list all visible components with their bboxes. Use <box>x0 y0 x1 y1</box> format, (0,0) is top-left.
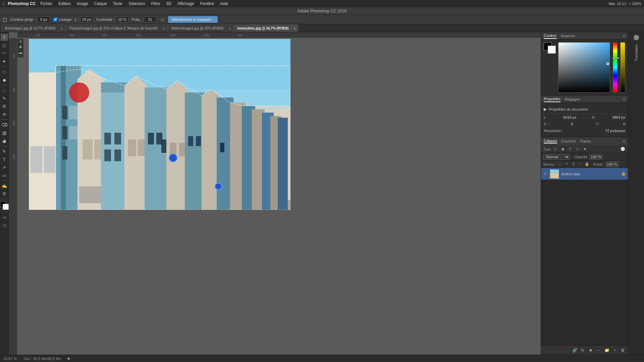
bg-color[interactable] <box>548 46 556 54</box>
svg-rect-27 <box>83 139 93 160</box>
lock-artboard-btn[interactable]: ⇅ <box>571 162 576 167</box>
reglages-tab[interactable]: Réglages <box>565 97 580 102</box>
color-panel-collapse[interactable]: ≡ <box>623 33 625 39</box>
path-selection-tool[interactable]: ↗ <box>1 164 8 171</box>
bg-color-box[interactable] <box>3 204 9 210</box>
shape-tool[interactable]: ▭ <box>1 172 8 179</box>
tab-poisson-close[interactable]: ✕ <box>162 26 165 30</box>
hand-tool[interactable]: ✍ <box>1 182 8 189</box>
menu-texte[interactable]: Texte <box>110 1 125 7</box>
canvas-area[interactable]: 200 400 600 800 1000 1200 1400 200 400 6… <box>9 32 541 355</box>
contraste-input[interactable] <box>116 16 128 22</box>
layer-visibility-icon[interactable]: 👁 <box>543 171 548 176</box>
add-layer-btn[interactable]: + <box>612 347 618 353</box>
tab-bois[interactable]: BoisImage1.jpg @ 16,7% (RVB/8) ✕ <box>1 24 65 32</box>
tab-bois-close[interactable]: ✕ <box>60 26 63 30</box>
fg-bg-color[interactable] <box>0 201 9 210</box>
screen-mode-btn[interactable]: ▢ <box>1 222 8 229</box>
pen-tool[interactable]: ✎ <box>1 147 8 155</box>
menu-filtre[interactable]: Filtre <box>149 1 163 7</box>
lock-all-btn[interactable]: 🔒 <box>584 162 590 167</box>
tab-immeubles[interactable]: Immeubles.jpg @ 16,7% (RVB/8) ✕ <box>234 24 298 32</box>
lock-move-btn[interactable]: ⌖ <box>578 162 583 167</box>
eyedropper-tool[interactable]: ◆ <box>1 76 8 83</box>
traces-tab[interactable]: Tracés <box>580 139 591 143</box>
couleur-tab[interactable]: Couleur <box>544 33 557 39</box>
proprietes-tab[interactable]: Propriétés <box>544 96 560 102</box>
menu-calque[interactable]: Calque <box>92 1 110 7</box>
blend-mode-select[interactable]: Normal <box>543 154 570 160</box>
blur-tool[interactable]: ◕ <box>1 137 8 144</box>
tab-maison[interactable]: MaisonImage1.jpg @ 25% (RVB/8) ✕ <box>168 24 233 32</box>
add-adjustment-btn[interactable]: ⸻ <box>596 347 602 353</box>
formation-icon[interactable] <box>634 35 639 40</box>
menu-affichage[interactable]: Affichage <box>175 1 197 7</box>
lock-paint-btn[interactable]: ✎ <box>564 162 570 167</box>
magic-wand-tool[interactable]: ✦ <box>1 58 8 65</box>
select-mask-button[interactable]: Sélectionner et masquer... <box>168 16 218 23</box>
nuancier-tab[interactable]: Nuancier <box>561 33 576 39</box>
props-panel-collapse[interactable]: ≡ <box>623 97 625 102</box>
menu-fenetre[interactable]: Fenêtre <box>197 1 216 7</box>
add-mask-btn[interactable]: ■ <box>588 347 594 353</box>
menu-aide[interactable]: Aide <box>217 1 231 7</box>
layers-panel-collapse[interactable]: ≡ <box>623 138 625 144</box>
formation-label[interactable]: Formation <box>634 44 638 61</box>
hue-handle[interactable] <box>612 57 620 59</box>
freq-input[interactable] <box>144 16 157 22</box>
fg-bg-boxes[interactable] <box>544 42 555 55</box>
mask-mode-btn[interactable]: ▭ <box>1 214 8 221</box>
selection-tool[interactable]: ◻ <box>1 42 8 49</box>
apple-menu[interactable]:  <box>3 1 4 6</box>
calques-tab[interactable]: Calques <box>544 139 557 143</box>
fond-input[interactable] <box>605 161 619 167</box>
zoom-tool[interactable]: ⚲ <box>1 190 8 197</box>
crop-tool[interactable]: □ <box>1 68 8 75</box>
svg-point-63 <box>69 82 89 103</box>
couches-tab[interactable]: Couches <box>561 139 576 143</box>
stamp-tool[interactable]: ✇ <box>1 103 8 110</box>
history-brush-tool[interactable]: ⟲ <box>1 111 8 118</box>
hue-slider[interactable] <box>613 42 618 93</box>
tab-poisson[interactable]: PoissonImage1.jpg @ 25% (Calque 0, Masqu… <box>66 24 167 32</box>
lasso-tool[interactable]: ◠ <box>1 50 8 57</box>
move-tool[interactable]: ⇧ <box>1 34 8 41</box>
filter-toggle[interactable]: ⚪ <box>620 146 626 152</box>
opacity-input[interactable] <box>589 154 603 160</box>
spot-heal-tool[interactable]: ◌ <box>1 86 8 94</box>
left-panel-icon1[interactable]: A <box>18 40 22 43</box>
contour-input[interactable] <box>37 16 50 22</box>
text-tool[interactable]: T <box>1 156 8 163</box>
menu-image[interactable]: Image <box>74 1 91 7</box>
left-panel-icon2[interactable]: ■ <box>18 45 22 49</box>
menu-selection[interactable]: Sélection <box>126 1 148 7</box>
gradient-handle[interactable] <box>606 62 609 65</box>
filter-adjust-btn[interactable]: ◆ <box>560 146 566 152</box>
menu-3d[interactable]: 3D <box>163 1 174 7</box>
brightness-slider[interactable] <box>620 42 625 93</box>
document-canvas[interactable] <box>29 39 290 210</box>
lissage-checkbox[interactable] <box>53 17 57 21</box>
left-panel-icon3[interactable]: ▬ <box>18 52 22 56</box>
layer-row[interactable]: 👁 Arrière-plan 🔒 <box>541 168 628 180</box>
filter-type-btn[interactable]: T <box>567 146 573 152</box>
lock-transparent-btn[interactable]: ◻ <box>557 162 563 167</box>
filter-pixel-btn[interactable]: ◻ <box>552 146 558 152</box>
menu-fichier[interactable]: Fichier <box>38 1 55 7</box>
filter-smart-btn[interactable]: ★ <box>582 146 588 152</box>
l-input[interactable] <box>80 16 93 22</box>
mode-bar: Normal Opacité <box>541 153 628 161</box>
link-layers-btn[interactable]: 🔗 <box>572 347 578 353</box>
ruler-horizontal: 200 400 600 800 1000 1200 1400 <box>17 32 541 38</box>
filter-shape-btn[interactable]: ▭ <box>575 146 581 152</box>
delete-layer-btn[interactable]: 🗑 <box>620 347 626 353</box>
brush-tool[interactable]: ✎ <box>1 95 8 102</box>
tab-immeubles-close[interactable]: ✕ <box>293 26 296 30</box>
add-group-btn[interactable]: 📁 <box>604 347 610 353</box>
gradient-tool[interactable]: ▧ <box>1 129 8 136</box>
menu-edition[interactable]: Edition <box>56 1 73 7</box>
add-style-btn[interactable]: fx <box>580 347 586 353</box>
color-gradient-picker[interactable] <box>558 42 610 93</box>
tab-maison-close[interactable]: ✕ <box>228 26 231 30</box>
eraser-tool[interactable]: ⌫ <box>1 121 8 128</box>
